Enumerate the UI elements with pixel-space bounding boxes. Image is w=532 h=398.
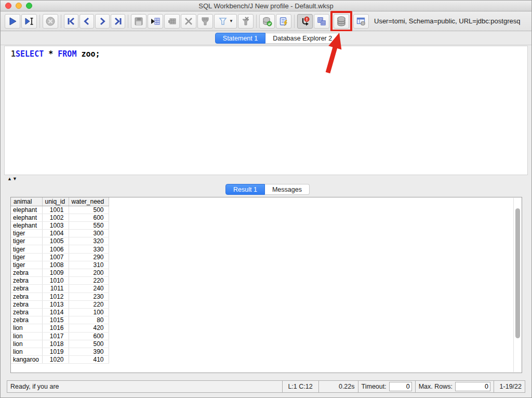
table-cell[interactable]: 320 xyxy=(69,237,109,245)
table-cell[interactable]: 1006 xyxy=(42,245,69,253)
table-row[interactable]: tiger1006330 xyxy=(11,245,109,253)
table-cell[interactable]: zebra xyxy=(11,269,42,277)
table-cell[interactable]: 410 xyxy=(69,356,109,364)
rollback-button[interactable] xyxy=(276,14,291,29)
table-row[interactable]: elephant1002600 xyxy=(11,214,109,221)
table-cell[interactable]: elephant xyxy=(11,206,42,214)
column-header-uniq-id[interactable]: uniq_id xyxy=(42,197,69,206)
table-cell[interactable]: 1014 xyxy=(42,308,69,316)
table-cell[interactable]: 1008 xyxy=(42,261,69,269)
last-statement-button[interactable] xyxy=(111,14,125,29)
table-row[interactable]: zebra1012230 xyxy=(11,293,109,300)
max-rows-input[interactable] xyxy=(455,382,490,391)
tab-statement-1[interactable]: Statement 1 xyxy=(215,33,265,44)
timeout-input[interactable] xyxy=(389,382,412,391)
table-row[interactable]: tiger1008310 xyxy=(11,261,109,269)
table-cell[interactable]: lion xyxy=(11,324,42,332)
table-cell[interactable]: zebra xyxy=(11,308,42,316)
tab-messages[interactable]: Messages xyxy=(265,184,310,195)
table-cell[interactable]: 1017 xyxy=(42,332,69,340)
update-database-button[interactable] xyxy=(148,14,163,29)
table-row[interactable]: elephant1001500 xyxy=(11,206,109,214)
table-row[interactable]: zebra1011240 xyxy=(11,285,109,293)
table-cell[interactable]: 300 xyxy=(69,230,109,237)
tab-result-1[interactable]: Result 1 xyxy=(225,184,265,195)
table-cell[interactable]: tiger xyxy=(11,245,42,253)
first-statement-button[interactable] xyxy=(64,14,78,29)
vertical-scrollbar[interactable] xyxy=(513,198,521,372)
table-cell[interactable]: tiger xyxy=(11,230,42,237)
table-cell[interactable]: lion xyxy=(11,348,42,355)
table-cell[interactable]: 1004 xyxy=(42,230,69,237)
connect-database-button[interactable] xyxy=(334,14,349,29)
table-cell[interactable]: lion xyxy=(11,340,42,348)
table-cell[interactable]: zebra xyxy=(11,300,42,308)
filter-button[interactable]: ▼ xyxy=(214,14,237,29)
table-cell[interactable]: 1003 xyxy=(42,221,69,229)
table-cell[interactable]: 310 xyxy=(69,261,109,269)
table-cell[interactable]: 420 xyxy=(69,324,109,332)
table-cell[interactable]: 1001 xyxy=(42,206,69,214)
table-cell[interactable]: 1015 xyxy=(42,316,69,324)
table-row[interactable]: lion1016420 xyxy=(11,324,109,332)
table-cell[interactable]: 240 xyxy=(69,285,109,293)
table-cell[interactable]: elephant xyxy=(11,214,42,221)
table-row[interactable]: zebra1014100 xyxy=(11,308,109,316)
table-cell[interactable]: 330 xyxy=(69,245,109,253)
table-row[interactable]: zebra1013220 xyxy=(11,300,109,308)
table-cell[interactable]: 1016 xyxy=(42,324,69,332)
table-cell[interactable]: 1010 xyxy=(42,277,69,285)
table-cell[interactable]: 1013 xyxy=(42,300,69,308)
table-cell[interactable]: 1020 xyxy=(42,356,69,364)
table-cell[interactable]: tiger xyxy=(11,237,42,245)
table-cell[interactable]: 1007 xyxy=(42,253,69,261)
table-cell[interactable]: 500 xyxy=(69,206,109,214)
table-row[interactable]: zebra101580 xyxy=(11,316,109,324)
table-row[interactable]: lion1017600 xyxy=(11,332,109,340)
table-cell[interactable]: elephant xyxy=(11,221,42,229)
table-cell[interactable]: zebra xyxy=(11,316,42,324)
table-cell[interactable]: tiger xyxy=(11,261,42,269)
table-cell[interactable]: zebra xyxy=(11,277,42,285)
table-row[interactable]: tiger1007290 xyxy=(11,253,109,261)
table-row[interactable]: elephant1003550 xyxy=(11,221,109,229)
table-row[interactable]: lion1019390 xyxy=(11,348,109,355)
prev-statement-button[interactable] xyxy=(79,14,94,29)
table-cell[interactable]: 200 xyxy=(69,269,109,277)
table-cell[interactable]: 290 xyxy=(69,253,109,261)
table-cell[interactable]: 600 xyxy=(69,332,109,340)
table-row[interactable]: lion1018500 xyxy=(11,340,109,348)
table-cell[interactable]: 1005 xyxy=(42,237,69,245)
table-cell[interactable]: 500 xyxy=(69,340,109,348)
table-cell[interactable]: 100 xyxy=(69,308,109,316)
table-cell[interactable]: 390 xyxy=(69,348,109,355)
table-row[interactable]: zebra1009200 xyxy=(11,269,109,277)
sql-editor[interactable]: 1SELECT * FROM zoo; xyxy=(4,46,528,175)
table-row[interactable]: tiger1005320 xyxy=(11,237,109,245)
table-cell[interactable]: kangaroo xyxy=(11,356,42,364)
column-header-animal[interactable]: animal xyxy=(11,197,42,206)
new-window-button[interactable] xyxy=(314,14,329,29)
table-cell[interactable]: lion xyxy=(11,332,42,340)
table-cell[interactable]: zebra xyxy=(11,285,42,293)
splitter-handle[interactable]: ▲▼ xyxy=(7,176,18,181)
column-header-water-need[interactable]: water_need xyxy=(69,197,109,206)
table-cell[interactable]: 600 xyxy=(69,214,109,221)
table-cell[interactable]: tiger xyxy=(11,253,42,261)
table-cell[interactable]: 1018 xyxy=(42,340,69,348)
filter-dropdown-icon[interactable]: ▼ xyxy=(229,19,233,23)
table-cell[interactable]: 1019 xyxy=(42,348,69,355)
database-explorer-button[interactable] xyxy=(353,14,369,29)
table-cell[interactable]: 220 xyxy=(69,277,109,285)
execute-all-button[interactable] xyxy=(5,14,20,29)
table-cell[interactable]: zebra xyxy=(11,293,42,300)
table-cell[interactable]: 220 xyxy=(69,300,109,308)
table-cell[interactable]: 80 xyxy=(69,316,109,324)
table-cell[interactable]: 230 xyxy=(69,293,109,300)
next-statement-button[interactable] xyxy=(95,14,110,29)
table-cell[interactable]: 550 xyxy=(69,221,109,229)
execute-current-button[interactable] xyxy=(21,14,37,29)
table-cell[interactable]: 1012 xyxy=(42,293,69,300)
ignore-errors-toggle[interactable] xyxy=(297,14,313,29)
table-cell[interactable]: 1002 xyxy=(42,214,69,221)
